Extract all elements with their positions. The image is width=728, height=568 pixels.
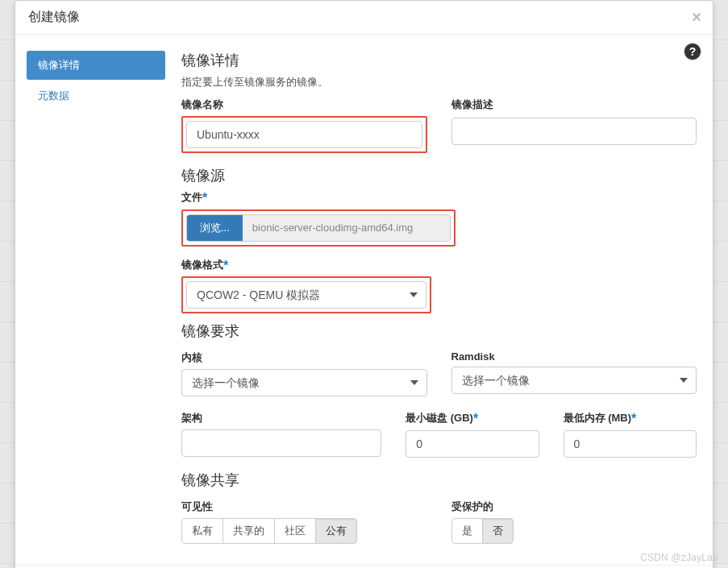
modal-header: 创建镜像 × — [15, 1, 713, 35]
protected-no[interactable]: 否 — [482, 518, 514, 544]
visibility-public[interactable]: 公有 — [315, 518, 357, 544]
label-image-name: 镜像名称 — [181, 97, 427, 112]
section-title-requirements: 镜像要求 — [181, 321, 697, 341]
format-select[interactable]: QCOW2 - QEMU 模拟器 — [186, 281, 426, 309]
sidebar-item-metadata[interactable]: 元数据 — [27, 81, 165, 110]
label-kernel: 内核 — [181, 350, 427, 365]
highlight-image-name — [181, 116, 427, 153]
label-min-ram: 最低内存 (MB)* — [564, 411, 697, 426]
file-name-display: bionic-server-cloudimg-amd64.img — [243, 215, 450, 241]
image-name-input[interactable] — [186, 121, 422, 148]
label-min-disk: 最小磁盘 (GB)* — [406, 411, 539, 426]
label-file: 文件* — [181, 190, 697, 205]
label-image-desc: 镜像描述 — [451, 97, 697, 112]
section-title-details: 镜像详情 — [181, 51, 697, 70]
file-picker: 浏览... bionic-server-cloudimg-amd64.img — [186, 214, 451, 242]
modal-title: 创建镜像 — [28, 10, 80, 23]
close-icon[interactable]: × — [692, 9, 701, 25]
sidebar-item-label: 元数据 — [38, 89, 69, 102]
kernel-select[interactable]: 选择一个镜像 — [181, 369, 427, 396]
highlight-format: QCOW2 - QEMU 模拟器 — [181, 276, 431, 313]
visibility-group: 私有 共享的 社区 公有 — [181, 518, 357, 544]
label-protected: 受保护的 — [451, 500, 697, 514]
modal-body: ? 镜像详情 元数据 镜像详情 指定要上传至镜像服务的镜像。 镜像名称 — [15, 35, 713, 565]
label-format: 镜像格式* — [181, 258, 697, 273]
protected-group: 是 否 — [451, 518, 514, 544]
image-desc-input[interactable] — [451, 118, 697, 145]
section-desc: 指定要上传至镜像服务的镜像。 — [181, 75, 697, 89]
label-visibility: 可见性 — [181, 500, 427, 514]
watermark: CSDN @zJayLao — [640, 552, 718, 563]
label-ramdisk: Ramdisk — [451, 350, 697, 363]
visibility-community[interactable]: 社区 — [274, 518, 316, 544]
browse-button[interactable]: 浏览... — [187, 215, 243, 241]
protected-yes[interactable]: 是 — [451, 518, 483, 544]
sidebar: 镜像详情 元数据 — [15, 35, 177, 565]
modal-footer: ✕ 取消 < 返回 下一项 > ✔ 创建镜像 — [15, 565, 713, 568]
arch-input[interactable] — [181, 429, 381, 457]
section-title-sharing: 镜像共享 — [181, 471, 697, 490]
sidebar-item-image-details[interactable]: 镜像详情 — [27, 51, 165, 80]
min-disk-input[interactable] — [406, 430, 539, 458]
help-icon[interactable]: ? — [684, 43, 701, 60]
label-arch: 架构 — [181, 411, 381, 425]
highlight-file: 浏览... bionic-server-cloudimg-amd64.img — [181, 209, 456, 247]
ramdisk-select[interactable]: 选择一个镜像 — [451, 367, 697, 394]
min-ram-input[interactable] — [564, 430, 697, 458]
content-area: 镜像详情 指定要上传至镜像服务的镜像。 镜像名称 镜像描述 镜像源 文件* — [177, 35, 713, 565]
section-title-source: 镜像源 — [181, 166, 697, 185]
sidebar-item-label: 镜像详情 — [38, 59, 80, 71]
visibility-shared[interactable]: 共享的 — [223, 518, 275, 544]
create-image-modal: 创建镜像 × ? 镜像详情 元数据 镜像详情 指定要上传至镜像服务的镜像。 镜像… — [15, 0, 713, 568]
visibility-private[interactable]: 私有 — [181, 518, 223, 544]
